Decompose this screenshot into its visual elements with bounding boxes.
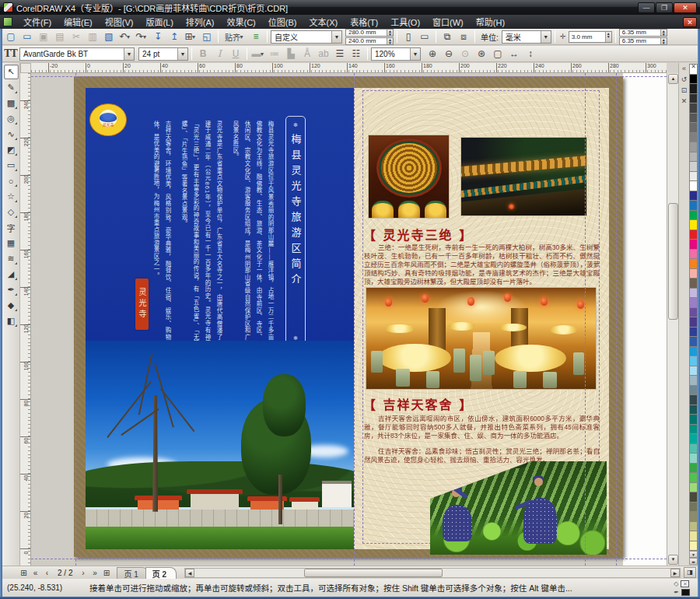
crop-tool[interactable]: ▩ <box>4 96 19 110</box>
color-swatch-22[interactable] <box>689 289 698 299</box>
color-swatch-15[interactable] <box>689 220 698 230</box>
color-swatch-6[interactable] <box>689 133 698 143</box>
blend-tool[interactable]: ≋ <box>4 251 19 266</box>
menu-item-5[interactable]: 效果(C) <box>221 14 262 30</box>
italic-button[interactable]: I <box>212 47 227 61</box>
pick-tool[interactable]: ↖ <box>4 65 19 79</box>
cut-icon[interactable]: ✂ <box>68 30 84 44</box>
close-docker-icon[interactable]: ✕ <box>681 97 688 105</box>
photo-restaurant-hall[interactable] <box>366 287 597 390</box>
page-tab-1[interactable]: 页 1 <box>117 567 148 579</box>
previous-page-icon[interactable]: ‹ <box>41 569 53 577</box>
paper-preset-combo[interactable]: 自定义▼ <box>271 30 342 44</box>
color-swatch-13[interactable] <box>689 201 698 211</box>
color-swatch-39[interactable] <box>689 454 698 464</box>
fill-tool[interactable]: ◆ <box>4 298 19 313</box>
color-swatch-16[interactable] <box>689 230 698 240</box>
font-size-combo[interactable]: 24 pt▼ <box>138 47 188 61</box>
nudge-input[interactable]: 3.0 mm▲▼ <box>569 31 612 43</box>
photo-temple-roof-ridge[interactable] <box>460 137 587 216</box>
next-page-icon[interactable]: › <box>77 569 89 577</box>
palette-expand-icon[interactable]: ◂▸ <box>689 558 698 565</box>
add-page-icon[interactable]: ⊞ <box>100 569 112 577</box>
vertical-ruler[interactable]: 240220200180160140120100806040200 <box>20 73 31 566</box>
ellipse-tool[interactable]: ○ <box>4 173 19 188</box>
zoom-tool[interactable]: ◎ <box>4 111 19 126</box>
guideline-horizontal[interactable] <box>31 559 667 559</box>
color-swatch-48[interactable] <box>689 541 698 552</box>
close-document-button[interactable]: ✕ <box>683 17 697 27</box>
corel-online-icon[interactable]: ◱ <box>199 30 215 44</box>
open-icon[interactable]: ▭ <box>19 30 35 44</box>
copy-icon[interactable]: ▥ <box>85 30 100 44</box>
text-format-icon[interactable]: ▬▼ <box>250 47 266 61</box>
color-swatch-26[interactable] <box>689 328 698 338</box>
bold-button[interactable]: B <box>195 47 211 61</box>
color-swatch-31[interactable] <box>689 376 698 386</box>
color-swatch-28[interactable] <box>689 347 698 357</box>
photo-temple-landscape[interactable] <box>86 341 354 549</box>
menu-item-1[interactable]: 编辑(E) <box>58 14 99 30</box>
drawing-canvas[interactable]: 灵光寺 梅县灵光寺旅游区位于风景秀丽的阴那山麓——雁洋镇，占地一万二千多亩，以佛… <box>31 73 667 566</box>
brochure-left-panel[interactable]: 灵光寺 梅县灵光寺旅游区位于风景秀丽的阴那山麓——雁洋镇，占地一万二千多亩，以佛… <box>86 88 354 549</box>
color-swatch-44[interactable] <box>689 503 698 513</box>
color-swatch-27[interactable] <box>689 337 698 347</box>
color-swatch-41[interactable] <box>689 473 698 483</box>
guideline-vertical[interactable] <box>354 73 355 566</box>
paper-width-input[interactable]: 280.0 mm▲▼ <box>345 29 394 37</box>
scroll-down-icon[interactable]: ▼ <box>668 555 678 565</box>
app-launcher-icon[interactable]: ⊞▼ <box>183 30 198 44</box>
edit-text-icon[interactable]: ab <box>316 47 331 61</box>
minimize-button[interactable]: — <box>638 2 655 13</box>
quick-pan-icon[interactable]: ◨ <box>684 567 696 578</box>
last-page-icon[interactable]: » <box>89 569 100 577</box>
character-formatting-icon[interactable]: Å <box>299 47 315 61</box>
zoom-out-icon[interactable]: ⊖ <box>441 47 457 61</box>
color-swatch-35[interactable] <box>689 415 698 425</box>
color-swatch-14[interactable] <box>689 211 698 221</box>
color-swatch-38[interactable] <box>689 444 698 454</box>
shaping-docker-icon[interactable]: ⊡ <box>681 86 688 94</box>
title-bar[interactable]: CorelDRAW X4（专业版）- [G:\CDR画册菲林转曲\CDR折页\折… <box>0 0 700 15</box>
save-icon[interactable]: ▣ <box>36 30 51 44</box>
font-name-combo[interactable]: AvantGarde Bk BT▼ <box>19 47 135 61</box>
section-body-three-wonders[interactable]: 三绝：一绝是生死树，寺前有一生一死的两棵大柏树，树高30多米、生树繁枝叶茂、生机… <box>364 243 600 286</box>
color-swatch-21[interactable] <box>689 278 698 289</box>
paste-icon[interactable]: ▧ <box>101 30 117 44</box>
underline-button[interactable]: U <box>228 47 243 61</box>
menu-item-0[interactable]: 文件(F) <box>17 14 58 30</box>
color-swatch-12[interactable] <box>689 191 698 201</box>
color-swatch-29[interactable] <box>689 356 698 366</box>
paper-height-input[interactable]: 240.0 mm▲▼ <box>345 37 394 45</box>
color-swatch-32[interactable] <box>689 386 698 396</box>
color-swatch-19[interactable] <box>689 259 698 269</box>
freehand-tool[interactable]: ∿ <box>4 127 19 142</box>
outline-tool[interactable]: ✒ <box>4 282 19 297</box>
fill-color-indicator[interactable]: ✕ <box>681 580 689 587</box>
color-swatch-46[interactable] <box>689 522 698 532</box>
polygon-tool[interactable]: ☆ <box>4 189 19 204</box>
guideline-vertical[interactable] <box>75 73 76 566</box>
color-swatch-33[interactable] <box>689 395 698 405</box>
horizontal-text-icon[interactable]: ☰ <box>332 47 348 61</box>
scroll-up-icon[interactable]: ▲ <box>668 74 678 84</box>
import-icon[interactable]: ↧ <box>150 30 166 44</box>
menu-item-8[interactable]: 表格(T) <box>344 14 384 30</box>
outline-color-indicator[interactable] <box>681 589 690 596</box>
red-seal-stamp[interactable]: 灵光寺 <box>135 278 149 330</box>
rectangle-tool[interactable]: ▭ <box>4 158 19 173</box>
menu-item-9[interactable]: 工具(O) <box>384 14 426 30</box>
color-swatch-18[interactable] <box>689 250 698 260</box>
color-swatch-17[interactable] <box>689 240 698 250</box>
color-swatch-23[interactable] <box>689 298 698 308</box>
color-swatch-45[interactable] <box>689 512 698 522</box>
zoom-selected-icon[interactable]: ⊙ <box>457 47 473 61</box>
title-plaque[interactable]: ✻ 梅县灵光寺旅游区简介 ✻ <box>285 116 306 348</box>
color-swatch-11[interactable] <box>689 181 698 191</box>
guideline-vertical[interactable] <box>616 73 617 566</box>
menu-item-3[interactable]: 版面(L) <box>139 14 179 30</box>
transform-docker-icon[interactable]: ↺ <box>681 75 688 83</box>
close-button[interactable]: ✕ <box>674 2 697 13</box>
export-icon[interactable]: ↥ <box>166 30 182 44</box>
drop-cap-icon[interactable]: ▙ <box>283 47 299 61</box>
